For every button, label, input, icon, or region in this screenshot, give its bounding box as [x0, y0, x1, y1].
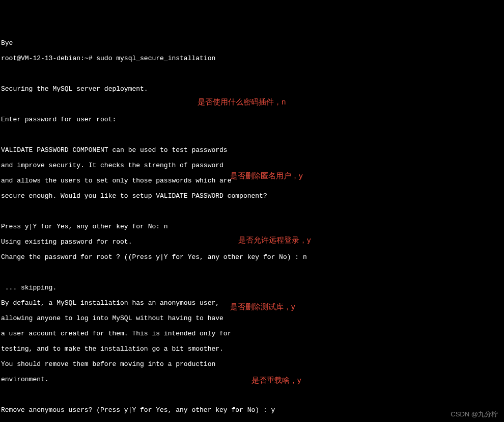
validate-text: and improve security. It checks the stre… — [1, 162, 503, 169]
anon-text: testing, and to make the installation go… — [1, 345, 503, 353]
prompt-line: root@VM-12-13-debian:~# sudo mysql_secur… — [1, 55, 503, 62]
securing-line: Securing the MySQL server deployment. — [1, 85, 503, 93]
skipping: ... skipping. — [1, 284, 503, 292]
change-pw: Change the password for root ? ((Press y… — [1, 253, 503, 261]
validate-text: VALIDATE PASSWORD COMPONENT can be used … — [1, 146, 503, 154]
remove-anon: Remove anonymous users? (Press y|Y for Y… — [1, 406, 503, 414]
press-yn: Press y|Y for Yes, any other key for No:… — [1, 223, 503, 230]
annotation-password-plugin: 是否使用什么密码插件，n — [198, 98, 286, 106]
anon-text: a user account created for them. This is… — [1, 330, 503, 337]
annotation-remote-login: 是否允许远程登录，y — [238, 236, 311, 244]
annotation-remove-anon: 是否删除匿名用户，y — [230, 172, 303, 179]
terminal-output: Bye root@VM-12-13-debian:~# sudo mysql_s… — [1, 32, 503, 422]
annotation-remove-testdb: 是否删除测试库，y — [230, 303, 295, 310]
watermark: CSDN @九分柠 — [451, 410, 498, 418]
anon-text: allowing anyone to log into MySQL withou… — [1, 314, 503, 322]
enter-password: Enter password for user root: — [1, 116, 503, 123]
anon-text: You should remove them before moving int… — [1, 360, 503, 368]
line-bye: Bye — [1, 39, 503, 47]
annotation-reload: 是否重载啥，y — [251, 376, 301, 384]
validate-text: secure enough. Would you like to setup V… — [1, 192, 503, 200]
